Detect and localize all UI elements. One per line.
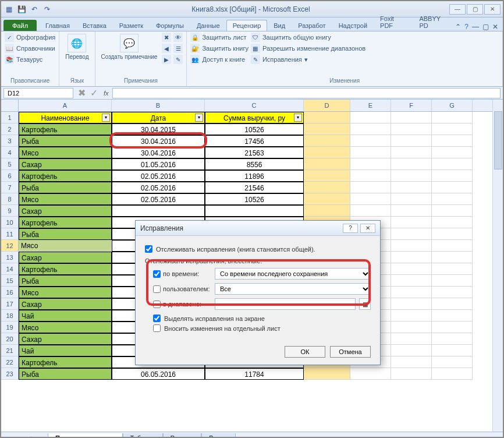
col-header-d[interactable]: D — [304, 100, 350, 111]
delete-comment-button[interactable]: ✖ — [162, 33, 171, 42]
protect-sheet-button[interactable]: 🔒Защитить лист — [190, 33, 249, 42]
cell-name[interactable]: Сахар — [19, 252, 112, 263]
col-header-e[interactable]: E — [350, 100, 391, 111]
row-header[interactable]: 11 — [1, 228, 19, 240]
cell-sum[interactable]: 11896 — [205, 170, 304, 182]
row-header[interactable]: 1 — [1, 112, 19, 123]
translate-button[interactable]: 🌐Перевод — [63, 33, 91, 61]
enter-formula-icon[interactable]: ✓ — [90, 87, 98, 98]
cell-name[interactable]: Мясо — [19, 240, 112, 252]
last-sheet-icon[interactable]: ⏭ — [37, 435, 43, 438]
tab-layout[interactable]: Разметк — [113, 20, 150, 31]
by-user-select[interactable]: Все — [215, 283, 371, 295]
filter-icon[interactable]: ▾ — [195, 114, 203, 122]
tab-insert[interactable]: Вставка — [76, 20, 113, 31]
row-header[interactable]: 10 — [1, 217, 19, 228]
filter-icon[interactable]: ▾ — [102, 114, 110, 122]
close-button[interactable]: ✕ — [484, 4, 501, 15]
cell-name[interactable]: Картофель — [19, 123, 112, 135]
ok-button[interactable]: ОК — [285, 346, 325, 358]
cell-name[interactable]: Чай — [19, 345, 112, 356]
cell-name[interactable]: Рыба — [19, 228, 112, 240]
row-header[interactable]: 20 — [1, 333, 19, 345]
header-name[interactable]: Наименование▾ — [19, 112, 112, 123]
cell-date[interactable]: 30.04.2016 — [112, 147, 205, 158]
tab-home[interactable]: Главная — [39, 20, 76, 31]
separate-checkbox[interactable] — [153, 324, 161, 332]
tab-data[interactable]: Данные — [190, 20, 226, 31]
tab-view[interactable]: Вид — [267, 20, 292, 31]
minimize-ribbon-icon[interactable]: ⌃ — [455, 23, 461, 31]
redo-icon[interactable]: ↷ — [42, 4, 52, 15]
row-header[interactable]: 18 — [1, 310, 19, 322]
row-header[interactable]: 17 — [1, 298, 19, 310]
cell-date[interactable]: 30.04.2016 — [112, 135, 205, 147]
name-box[interactable] — [3, 88, 73, 98]
cell-sum[interactable]: 10526 — [205, 193, 304, 205]
col-header-c[interactable]: C — [205, 100, 304, 111]
row-header[interactable]: 15 — [1, 275, 19, 287]
cell-name[interactable]: Сахар — [19, 298, 112, 310]
cell-date[interactable]: 30.04.2015 — [112, 123, 205, 135]
row-header[interactable]: 12 — [1, 240, 19, 252]
help-icon[interactable]: ? — [464, 23, 468, 31]
cell-name[interactable]: Рыба — [19, 182, 112, 193]
tab-abbyy[interactable]: ABBYY PD — [413, 13, 455, 31]
range-input[interactable] — [215, 298, 356, 310]
cell-name[interactable]: Картофель — [19, 356, 112, 368]
row-header[interactable]: 23 — [1, 368, 19, 380]
row-header[interactable]: 21 — [1, 345, 19, 356]
col-header-f[interactable]: F — [391, 100, 432, 111]
scrollbar-thumb[interactable] — [494, 111, 502, 169]
row-header[interactable]: 9 — [1, 205, 19, 217]
vertical-scrollbar[interactable] — [492, 100, 503, 432]
allow-ranges-button[interactable]: ▦Разрешить изменение диапазонов — [251, 44, 365, 53]
cell-sum[interactable]: 10526 — [205, 123, 304, 135]
fx-icon[interactable]: fx — [104, 90, 109, 97]
cell-name[interactable]: Мясо — [19, 322, 112, 333]
by-time-select[interactable]: Со времени последнего сохранения — [215, 268, 371, 280]
header-sum[interactable]: Сумма выручки, ру▾ — [205, 112, 304, 123]
window-min-icon[interactable]: — — [472, 23, 479, 31]
cell-sum[interactable]: 17456 — [205, 135, 304, 147]
undo-icon[interactable]: ↶ — [29, 4, 40, 15]
cell-date[interactable]: 02.05.2016 — [112, 182, 205, 193]
cell-name[interactable]: Сахар — [19, 333, 112, 345]
prev-sheet-icon[interactable]: ◀ — [26, 435, 30, 438]
filter-icon[interactable]: ▾ — [294, 114, 302, 122]
cell-name[interactable]: Картофель — [19, 170, 112, 182]
formula-input[interactable] — [112, 88, 501, 98]
row-header[interactable]: 5 — [1, 158, 19, 170]
tab-foxit[interactable]: Foxit PDF — [374, 13, 413, 31]
next-comment-button[interactable]: ▶ — [162, 55, 171, 64]
show-comment-button[interactable]: 👁 — [173, 33, 183, 42]
cell-name[interactable]: Рыба — [19, 368, 112, 380]
cell-name[interactable]: Мясо — [19, 287, 112, 298]
cell-name[interactable]: Мясо — [19, 147, 112, 158]
cell-name[interactable]: Чай — [19, 310, 112, 322]
col-header-g[interactable]: G — [432, 100, 473, 111]
sheet-tab-output[interactable]: Вывод — [201, 433, 236, 438]
research-button[interactable]: 📖Справочники — [5, 44, 55, 53]
row-header[interactable]: 2 — [1, 123, 19, 135]
new-comment-button[interactable]: 💬Создать примечание — [99, 33, 160, 61]
cell-sum[interactable] — [205, 205, 304, 217]
window-close-icon[interactable]: ✕ — [492, 23, 498, 31]
dialog-titlebar[interactable]: Исправления ?✕ — [136, 221, 380, 236]
cell-name[interactable]: Рыба — [19, 275, 112, 287]
cancel-formula-icon[interactable]: ✖ — [78, 87, 86, 98]
cell-sum[interactable]: 8556 — [205, 158, 304, 170]
dialog-help-icon[interactable]: ? — [343, 224, 358, 233]
dialog-close-icon[interactable]: ✕ — [360, 224, 375, 233]
first-sheet-icon[interactable]: ⏮ — [19, 435, 24, 438]
cell-date[interactable]: 02.05.2016 — [112, 193, 205, 205]
cell-name[interactable]: Сахар — [19, 205, 112, 217]
next-sheet-icon[interactable]: ▶ — [31, 435, 36, 438]
cell-name[interactable]: Мясо — [19, 193, 112, 205]
cell-sum[interactable]: 21546 — [205, 182, 304, 193]
cell-date[interactable] — [112, 205, 205, 217]
spelling-button[interactable]: ✓Орфография — [5, 33, 55, 42]
row-header[interactable]: 19 — [1, 322, 19, 333]
maximize-button[interactable]: ▢ — [467, 4, 483, 15]
save-icon[interactable]: 💾 — [16, 4, 27, 15]
